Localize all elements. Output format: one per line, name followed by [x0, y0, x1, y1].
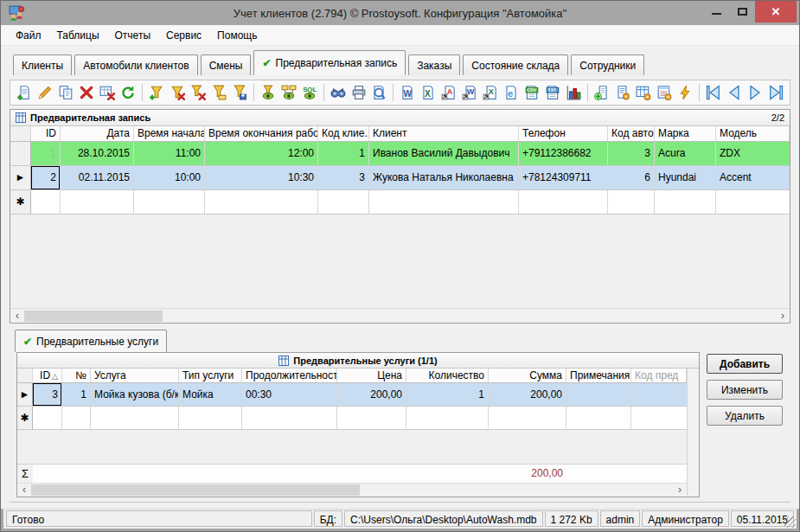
col-model[interactable]: Модель [716, 126, 790, 141]
sub-tab-strip: ✔ Предварительные услуги [10, 330, 790, 352]
print-icon[interactable] [349, 82, 369, 103]
export-html-icon[interactable]: e [501, 82, 522, 103]
tab-clients[interactable]: Клиенты [13, 54, 72, 75]
add-linked-record-icon[interactable] [592, 82, 612, 103]
scroll-thumb[interactable] [31, 484, 360, 496]
booking-table-header: ID Дата Время начала работ Время окончан… [10, 126, 790, 142]
export-csv-icon[interactable]: CSV [522, 82, 542, 103]
col-service[interactable]: Услуга [91, 369, 179, 382]
filter-view-icon[interactable] [258, 82, 278, 103]
filter-remove-icon[interactable] [167, 82, 188, 103]
menu-help[interactable]: Помощь [209, 27, 265, 44]
table-settings-icon[interactable] [633, 82, 654, 103]
col-car-code[interactable]: Код авто... [608, 126, 655, 141]
add-service-button[interactable]: Добавить [707, 354, 783, 374]
col-duration[interactable]: Продолжительность [242, 369, 337, 382]
resize-grip[interactable] [784, 516, 796, 528]
scroll-left-arrow[interactable]: ‹ [17, 484, 31, 497]
delete-service-button[interactable]: Удалить [707, 406, 783, 426]
menu-service[interactable]: Сервис [158, 27, 209, 44]
col-brand[interactable]: Марка [655, 126, 716, 141]
scroll-thumb[interactable] [24, 311, 163, 322]
filter-save-icon[interactable] [229, 82, 250, 103]
scroll-right-arrow[interactable]: › [776, 310, 790, 323]
sql-view-icon[interactable]: SQL [299, 82, 320, 103]
main-horizontal-scrollbar[interactable]: ‹ › [10, 308, 790, 323]
col-code[interactable]: Код пред [631, 369, 687, 382]
nav-first-icon[interactable] [703, 82, 724, 103]
services-panel-header: Предварительные услуги (1/1) [17, 353, 699, 369]
col-end-time[interactable]: Время окончания работ [205, 126, 318, 141]
shortcut-excel-icon[interactable]: X [480, 82, 501, 103]
col-client-code[interactable]: Код клие... [318, 126, 369, 141]
print-preview-icon[interactable] [369, 82, 390, 103]
edit-record-icon[interactable] [35, 82, 55, 103]
edit-service-button[interactable]: Изменить [707, 380, 783, 400]
add-record-icon[interactable] [14, 82, 35, 103]
nav-next-icon[interactable] [745, 82, 765, 103]
col-qty[interactable]: Количество [406, 369, 489, 382]
tab-preliminary-booking[interactable]: ✔ Предварительная запись [253, 50, 406, 75]
tab-employees[interactable]: Сотрудники [571, 54, 644, 75]
service-row-selected[interactable]: ► 3 1 Мойка кузова (б/кс Мойка 00:30 200… [17, 383, 687, 407]
menu-reports[interactable]: Отчеты [107, 27, 158, 44]
service-actions: Добавить Изменить Удалить [707, 354, 783, 426]
new-row[interactable]: ✱ [10, 190, 790, 215]
actions-icon[interactable] [675, 82, 695, 103]
form-settings-icon[interactable] [654, 82, 675, 103]
tab-preliminary-services[interactable]: ✔ Предварительные услуги [15, 330, 167, 352]
table-row-selected[interactable]: ► 2 02.11.2015 10:00 10:30 3 Жукова Ната… [10, 166, 790, 190]
tab-orders[interactable]: Заказы [408, 54, 460, 75]
record-settings-icon[interactable] [612, 82, 633, 103]
svg-text:W: W [404, 89, 413, 99]
table-row[interactable]: 1 28.10.2015 11:00 12:00 1 Иванов Васили… [10, 142, 790, 166]
chart-icon[interactable] [563, 82, 584, 103]
export-word-icon[interactable]: W [397, 82, 418, 103]
menu-tables[interactable]: Таблицы [49, 27, 107, 44]
col-num[interactable]: № [62, 369, 91, 382]
services-horizontal-scrollbar[interactable]: ‹ › [17, 483, 687, 497]
svg-text:SQL: SQL [303, 86, 317, 93]
new-service-row[interactable]: ✱ [17, 407, 687, 430]
col-price[interactable]: Цена [337, 369, 406, 382]
tab-shifts[interactable]: Смены [201, 54, 252, 75]
shortcut-pdf-icon[interactable]: A [438, 82, 459, 103]
export-excel-icon[interactable]: X [418, 82, 438, 103]
col-sum[interactable]: Сумма [489, 369, 566, 382]
find-icon[interactable] [328, 82, 349, 103]
delete-table-records-icon[interactable] [97, 82, 118, 103]
col-client[interactable]: Клиент [369, 126, 519, 141]
refresh-icon[interactable] [118, 82, 138, 103]
nav-prev-icon[interactable] [724, 82, 745, 103]
filter-remove-all-icon[interactable] [188, 82, 208, 103]
delete-record-icon[interactable] [76, 82, 97, 103]
col-notes[interactable]: Примечания [566, 369, 631, 382]
tab-client-cars[interactable]: Автомобили клиентов [74, 54, 198, 75]
col-date[interactable]: Дата [61, 126, 134, 141]
current-row-marker: ► [10, 166, 31, 189]
sort-asc-icon: △ [52, 372, 58, 381]
minimize-button[interactable] [703, 1, 729, 22]
shortcut-word-icon[interactable]: W [459, 82, 480, 103]
copy-record-icon[interactable] [55, 82, 76, 103]
scroll-left-arrow[interactable]: ‹ [10, 310, 24, 323]
col-service-id[interactable]: ID△ [33, 369, 62, 382]
menu-file[interactable]: Файл [8, 27, 49, 44]
col-phone[interactable]: Телефон [519, 126, 608, 141]
services-vertical-scrollbar[interactable] [687, 369, 699, 497]
maximize-button[interactable] [729, 1, 755, 22]
col-id[interactable]: ID [31, 126, 61, 141]
record-counter: 2/2 [771, 112, 784, 123]
scroll-right-arrow[interactable]: › [673, 484, 687, 497]
current-user: admin [600, 510, 641, 527]
col-service-type[interactable]: Тип услуги [179, 369, 242, 382]
close-button[interactable]: ✕ [755, 1, 797, 22]
filter-add-icon[interactable] [146, 82, 167, 103]
services-table-header: ID△ № Услуга Тип услуги Продолжительност… [17, 369, 687, 383]
nav-last-icon[interactable] [765, 82, 786, 103]
filter-folder-icon[interactable] [208, 82, 229, 103]
filter-tree-view-icon[interactable] [278, 82, 299, 103]
col-start-time[interactable]: Время начала работ [134, 126, 205, 141]
export-txt-icon[interactable]: TXT [542, 82, 563, 103]
tab-stock[interactable]: Состояние склада [463, 54, 568, 75]
